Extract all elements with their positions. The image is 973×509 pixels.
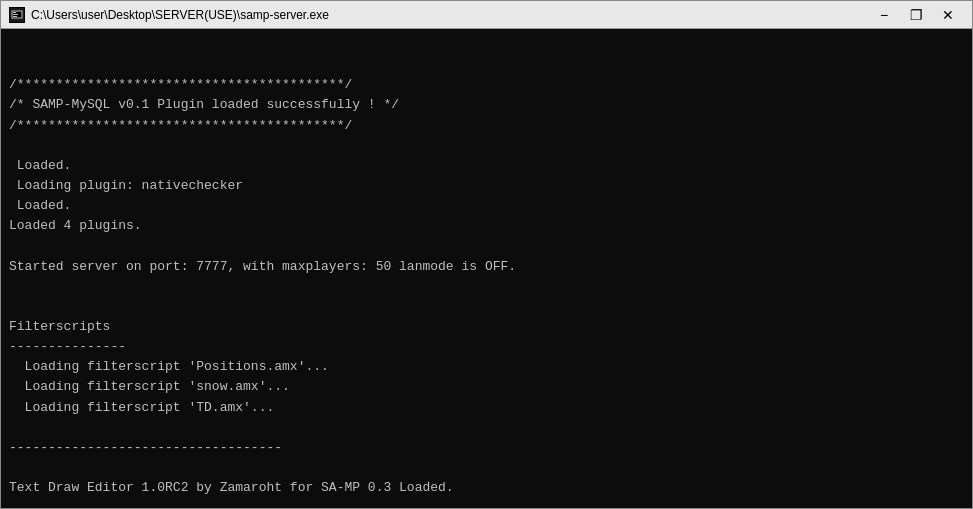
console-line: Loading plugin: nativechecker — [9, 176, 964, 196]
console-line: Filterscripts — [9, 317, 964, 337]
console-line: --------------- — [9, 337, 964, 357]
svg-rect-2 — [13, 12, 16, 13]
console-line: Loaded. — [9, 196, 964, 216]
titlebar-buttons: − ❐ ✕ — [868, 1, 964, 29]
console-line: Loaded 4 plugins. — [9, 216, 964, 236]
console-line — [9, 458, 964, 478]
console-line — [9, 236, 964, 256]
console-line: Loading filterscript 'snow.amx'... — [9, 377, 964, 397]
svg-rect-3 — [13, 14, 18, 15]
console-line — [9, 297, 964, 317]
console-line: /***************************************… — [9, 75, 964, 95]
console-line — [9, 136, 964, 156]
svg-rect-4 — [13, 16, 17, 17]
console-line — [9, 418, 964, 438]
console-line: Started server on port: 7777, with maxpl… — [9, 257, 964, 277]
console-line: Text Draw Editor 1.0RC2 by Zamaroht for … — [9, 478, 964, 498]
console-line — [9, 277, 964, 297]
console-line: Loading filterscript 'TD.amx'... — [9, 398, 964, 418]
console-line: Loading filterscript 'Positions.amx'... — [9, 357, 964, 377]
titlebar: C:\Users\user\Desktop\SERVER(USE)\samp-s… — [1, 1, 972, 29]
app-icon — [9, 7, 25, 23]
close-button[interactable]: ✕ — [932, 1, 964, 29]
console-line: /* SAMP-MySQL v0.1 Plugin loaded success… — [9, 95, 964, 115]
console-line: ----------------------------------- — [9, 438, 964, 458]
window: C:\Users\user\Desktop\SERVER(USE)\samp-s… — [0, 0, 973, 509]
console-line — [9, 498, 964, 508]
console-line: /***************************************… — [9, 116, 964, 136]
restore-button[interactable]: ❐ — [900, 1, 932, 29]
window-title: C:\Users\user\Desktop\SERVER(USE)\samp-s… — [31, 8, 868, 22]
minimize-button[interactable]: − — [868, 1, 900, 29]
console-output: /***************************************… — [1, 29, 972, 508]
console-line: Loaded. — [9, 156, 964, 176]
